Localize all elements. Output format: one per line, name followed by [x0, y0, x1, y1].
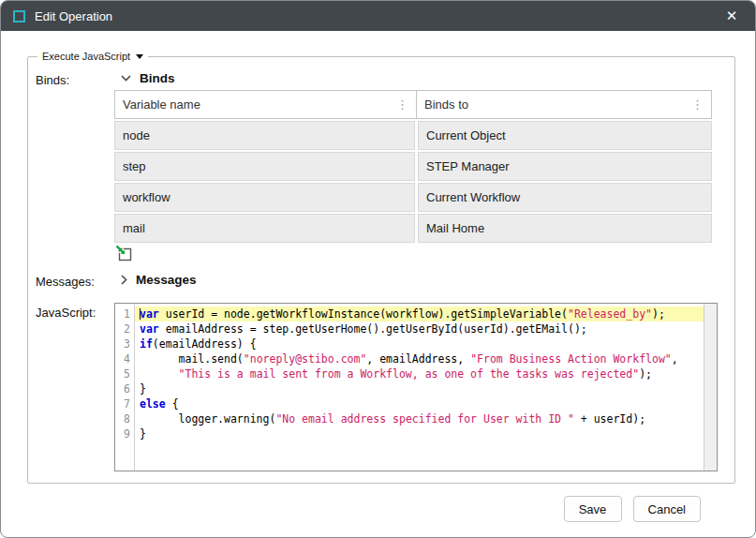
- line-number: 9: [115, 426, 130, 441]
- messages-section-title: Messages: [136, 273, 197, 287]
- code-segment: var: [140, 322, 159, 336]
- editor-code[interactable]: var userId = node.getWorkflowInstance(wo…: [135, 304, 704, 471]
- code-segment: , emailAddress,: [366, 352, 470, 366]
- binds-to-cell: Current Object: [418, 121, 712, 150]
- code-line: else {: [135, 396, 704, 411]
- line-number: 2: [115, 321, 130, 336]
- code-line: var userId = node.getWorkflowInstance(wo…: [135, 306, 704, 321]
- binds-to-cell: Mail Home: [418, 214, 712, 243]
- operation-groupbox: Execute JavaScript Binds: Binds: [27, 51, 735, 484]
- binds-table: Variable name ⋮ Binds to ⋮ nodeCurrent O…: [114, 90, 712, 243]
- code-line: "This is a mail sent from a Workflow, as…: [135, 366, 704, 381]
- chevron-down-icon: [121, 75, 131, 82]
- line-number: 8: [115, 411, 130, 426]
- variable-name-cell: node: [114, 121, 415, 150]
- javascript-code-editor[interactable]: 123456789 var userId = node.getWorkflowI…: [114, 303, 718, 471]
- code-segment: emailAddress = step.getUserHome().getUse…: [159, 322, 587, 336]
- code-line: }: [135, 381, 704, 396]
- variable-name-cell: mail: [114, 214, 415, 243]
- operation-type-dropdown[interactable]: Execute JavaScript: [37, 51, 148, 62]
- javascript-field-label: JavaScript:: [36, 303, 114, 471]
- binds-section-header[interactable]: Binds: [114, 70, 712, 90]
- save-button[interactable]: Save: [564, 496, 622, 522]
- table-row[interactable]: nodeCurrent Object: [114, 121, 712, 150]
- dialog-content: Execute JavaScript Binds: Binds: [1, 31, 755, 537]
- messages-section-header[interactable]: Messages: [114, 272, 197, 291]
- code-segment: );: [639, 367, 652, 381]
- code-segment: "noreply@stibo.com": [244, 352, 367, 366]
- dialog-buttons: Save Cancel: [27, 484, 733, 522]
- code-segment: }: [140, 382, 146, 396]
- line-number: 7: [115, 396, 130, 411]
- code-line: logger.warning("No email address specifi…: [135, 411, 704, 426]
- code-line: }: [135, 426, 704, 441]
- code-segment: "From Business Action Workflow": [470, 352, 672, 366]
- binds-table-header: Variable name ⋮ Binds to ⋮: [114, 90, 712, 119]
- code-segment: (emailAddress) {: [153, 337, 257, 351]
- table-row[interactable]: stepSTEP Manager: [114, 152, 712, 181]
- close-icon[interactable]: ✕: [718, 1, 746, 31]
- editor-gutter: 123456789: [115, 304, 135, 471]
- code-segment: {: [166, 397, 179, 411]
- table-row[interactable]: workflowCurrent Workflow: [114, 183, 712, 212]
- code-segment: var: [140, 307, 159, 321]
- code-segment: "No email address specified for User wit…: [275, 412, 574, 426]
- code-segment: + userId);: [574, 412, 645, 426]
- dropdown-arrow-icon: [136, 54, 143, 59]
- window-title: Edit Operation: [35, 9, 112, 23]
- line-number: 1: [115, 306, 130, 321]
- operation-type-label: Execute JavaScript: [42, 51, 130, 62]
- editor-vertical-scrollbar[interactable]: [704, 304, 717, 471]
- binds-table-body: nodeCurrent ObjectstepSTEP Managerworkfl…: [114, 121, 712, 243]
- cancel-button[interactable]: Cancel: [633, 496, 701, 522]
- variable-name-cell: workflow: [114, 183, 415, 212]
- code-segment: "This is a mail sent from a Workflow, as…: [179, 367, 640, 381]
- chevron-right-icon: [121, 275, 127, 285]
- edit-cell-icon: [115, 245, 133, 262]
- binds-to-cell: STEP Manager: [418, 152, 712, 181]
- variable-name-cell: step: [114, 152, 415, 181]
- binds-section-title: Binds: [140, 71, 175, 85]
- code-segment: );: [652, 307, 665, 321]
- column-header-binds-to[interactable]: Binds to ⋮: [417, 91, 711, 118]
- code-line: if(emailAddress) {: [135, 336, 704, 351]
- code-segment: logger.warning(: [140, 412, 275, 426]
- code-segment: ,: [672, 352, 678, 366]
- code-segment: userId = node.getWorkflowInstance(workfl…: [159, 307, 568, 321]
- binds-section: Binds Variable name ⋮ Binds to ⋮: [114, 70, 712, 263]
- line-number: 3: [115, 336, 130, 351]
- edit-binds-button[interactable]: [114, 245, 712, 263]
- column-header-variable-name[interactable]: Variable name ⋮: [115, 91, 417, 118]
- column-menu-icon[interactable]: ⋮: [396, 98, 408, 111]
- code-segment: }: [140, 427, 146, 441]
- code-line: var emailAddress = step.getUserHome().ge…: [135, 321, 704, 336]
- line-number: 4: [115, 351, 130, 366]
- code-segment: "Released_by": [568, 307, 652, 321]
- column-menu-icon[interactable]: ⋮: [691, 98, 704, 111]
- code-line: mail.send("noreply@stibo.com", emailAddr…: [135, 351, 704, 366]
- binds-to-cell: Current Workflow: [418, 183, 712, 212]
- edit-operation-dialog: Edit Operation ✕ Execute JavaScript Bind…: [0, 0, 756, 538]
- line-number: 5: [115, 366, 130, 381]
- code-segment: if: [140, 337, 153, 351]
- titlebar: Edit Operation ✕: [1, 1, 755, 31]
- line-number: 6: [115, 381, 130, 396]
- binds-field-label: Binds:: [36, 70, 114, 263]
- code-segment: else: [140, 397, 166, 411]
- code-segment: mail.send(: [140, 352, 244, 366]
- table-row[interactable]: mailMail Home: [114, 214, 712, 243]
- code-segment: [140, 367, 179, 381]
- window-icon: [13, 10, 25, 22]
- messages-field-label: Messages:: [36, 272, 114, 291]
